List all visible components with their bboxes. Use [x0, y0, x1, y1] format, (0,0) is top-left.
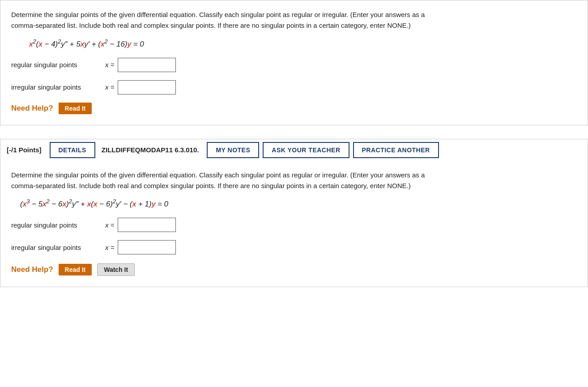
need-help-label-1: Need Help?: [11, 104, 53, 113]
irregular-singular-row-2: irregular singular points x =: [11, 240, 577, 254]
regular-x-eq: x =: [105, 61, 114, 69]
regular-singular-row-2: regular singular points x =: [11, 218, 577, 232]
section2: Determine the singular points of the giv…: [0, 161, 588, 288]
regular-singular-label: regular singular points: [11, 61, 105, 69]
irregular-singular-row: irregular singular points x =: [11, 80, 577, 95]
regular-singular-input[interactable]: [118, 58, 176, 72]
irregular-x-eq-2: x =: [105, 244, 114, 251]
regular-singular-row: regular singular points x =: [11, 58, 577, 72]
irregular-singular-input-2[interactable]: [118, 240, 176, 254]
section1-equation: x2(x − 4)2y″ + 5xy′ + (x2 − 16)y = 0: [29, 38, 577, 49]
details-button[interactable]: DETAILS: [50, 142, 95, 158]
irregular-singular-label-2: irregular singular points: [11, 244, 105, 251]
need-help-row-1: Need Help? Read It: [11, 103, 577, 114]
read-it-button-1[interactable]: Read It: [59, 103, 92, 114]
regular-x-eq-2: x =: [105, 221, 114, 229]
need-help-row-2: Need Help? Read It Watch It: [11, 263, 577, 276]
problem-id: ZILLDIFFEQMODAP11 6.3.010.: [95, 142, 205, 158]
watch-it-button[interactable]: Watch It: [97, 263, 135, 276]
section1-text-line1: Determine the singular points of the giv…: [11, 11, 425, 18]
section2-text-line2: comma-separated list. Include both real …: [11, 182, 411, 189]
section2-text-line1: Determine the singular points of the giv…: [11, 171, 425, 179]
read-it-button-2[interactable]: Read It: [59, 264, 92, 275]
section2-equation: (x3 − 5x2 − 6x)2y″ + x(x − 6)2y′ − (x + …: [20, 198, 577, 209]
my-notes-button[interactable]: MY NOTES: [207, 142, 259, 158]
ask-teacher-button[interactable]: ASK YOUR TEACHER: [263, 142, 349, 158]
section2-problem-text: Determine the singular points of the giv…: [11, 170, 577, 191]
section1-text-line2: comma-separated list. Include both real …: [11, 22, 411, 29]
points-label: [-/1 Points]: [0, 142, 48, 158]
need-help-label-2: Need Help?: [11, 265, 53, 274]
spacer: [0, 125, 588, 139]
irregular-singular-label: irregular singular points: [11, 83, 105, 91]
practice-another-button[interactable]: PRACTICE ANOTHER: [353, 142, 439, 158]
section1-problem-text: Determine the singular points of the giv…: [11, 9, 577, 31]
section1: Determine the singular points of the giv…: [0, 0, 588, 125]
irregular-singular-input[interactable]: [118, 80, 176, 95]
irregular-x-eq: x =: [105, 83, 114, 91]
regular-singular-label-2: regular singular points: [11, 221, 105, 229]
regular-singular-input-2[interactable]: [118, 218, 176, 232]
toolbar: [-/1 Points] DETAILS ZILLDIFFEQMODAP11 6…: [0, 139, 588, 161]
